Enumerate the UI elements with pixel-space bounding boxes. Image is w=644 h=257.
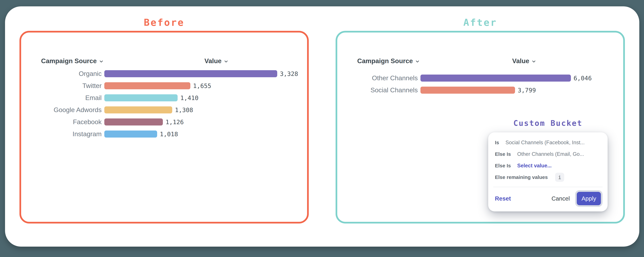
row-label: Facebook <box>21 118 102 125</box>
column-header-value[interactable]: Value <box>124 57 309 65</box>
table-row: Email 1,410 <box>21 94 307 101</box>
cancel-button[interactable]: Cancel <box>552 195 570 202</box>
after-panel: Campaign Source Value Other Channels 6,0… <box>336 31 625 224</box>
bar-value: 1,126 <box>166 119 184 125</box>
row-label: Google Adwords <box>21 106 102 113</box>
bar-organic[interactable] <box>104 70 277 77</box>
bar-value: 3,799 <box>518 87 536 94</box>
after-title: After <box>336 17 625 27</box>
custom-bucket-dialog: Is Social Channels (Facebook, Inst... El… <box>488 132 608 212</box>
bucket-rule-row[interactable]: Is Social Channels (Facebook, Inst... <box>495 139 601 146</box>
table-row: Organic 3,328 <box>21 70 307 77</box>
bar-facebook[interactable] <box>104 118 163 125</box>
rule-keyword: Else Is <box>495 151 511 157</box>
row-label: Email <box>21 94 102 101</box>
reset-button[interactable]: Reset <box>495 195 511 202</box>
column-header-label: Campaign Source <box>41 57 97 65</box>
bar-value: 1,655 <box>193 82 211 89</box>
dialog-divider <box>493 187 602 187</box>
custom-bucket-title: Custom Bucket <box>488 118 608 128</box>
bar-value: 1,308 <box>175 107 193 113</box>
bar-twitter[interactable] <box>104 82 190 89</box>
row-label: Organic <box>21 70 102 77</box>
table-row: Other Channels 6,046 <box>337 75 623 82</box>
rule-keyword: Is <box>495 140 499 145</box>
table-row: Social Channels 3,799 <box>337 87 623 94</box>
bar-value: 1,018 <box>160 131 178 138</box>
dialog-footer: Reset Cancel Apply <box>495 192 601 205</box>
bar-value: 3,328 <box>280 70 298 77</box>
row-label: Social Channels <box>337 87 418 94</box>
rule-value[interactable]: Social Channels (Facebook, Inst... <box>506 140 585 146</box>
table-header: Campaign Source Value <box>41 57 307 65</box>
info-icon[interactable]: i <box>555 173 564 182</box>
before-column: Before Campaign Source Value Organic <box>20 17 309 224</box>
custom-bucket-section: Custom Bucket Is Social Channels (Facebo… <box>488 118 608 212</box>
chevron-down-icon <box>415 59 420 64</box>
bucket-rule-row[interactable]: Else Is Select value... <box>495 162 601 169</box>
chevron-down-icon <box>99 59 104 64</box>
table-header: Campaign Source Value <box>357 57 623 65</box>
bar-google-adwords[interactable] <box>104 106 172 113</box>
rule-keyword: Else Is <box>495 163 511 169</box>
column-header-campaign-source[interactable]: Campaign Source <box>41 57 104 65</box>
bar-value: 1,410 <box>180 94 198 101</box>
chevron-down-icon <box>224 59 228 64</box>
column-header-value[interactable]: Value <box>440 57 608 65</box>
bar-value: 6,046 <box>574 75 592 82</box>
after-column: After Campaign Source Value Other Channe… <box>336 17 625 224</box>
row-label: Twitter <box>21 82 102 89</box>
chevron-down-icon <box>531 59 536 64</box>
select-value-link[interactable]: Select value... <box>517 163 552 169</box>
bucket-rule-row: Else remaining values i <box>495 174 601 181</box>
rule-keyword: Else remaining values <box>495 174 548 180</box>
bucket-rule-row[interactable]: Else Is Other Channels (Email, Go... <box>495 151 601 158</box>
row-label: Other Channels <box>337 75 418 82</box>
table-row: Google Adwords 1,308 <box>21 106 307 113</box>
before-title: Before <box>20 17 309 27</box>
row-label: Instagram <box>21 131 102 138</box>
column-header-campaign-source[interactable]: Campaign Source <box>357 57 420 65</box>
bar-social-channels[interactable] <box>420 87 515 94</box>
rule-value[interactable]: Other Channels (Email, Go... <box>517 151 584 157</box>
bar-table: Organic 3,328 Twitter 1,655 Email 1,410 <box>21 70 307 138</box>
apply-button[interactable]: Apply <box>577 192 601 205</box>
column-header-label: Value <box>512 57 529 65</box>
before-panel: Campaign Source Value Organic 3,328 <box>20 31 309 224</box>
column-header-label: Campaign Source <box>357 57 413 65</box>
column-header-label: Value <box>204 57 222 65</box>
bar-table: Other Channels 6,046 Social Channels 3,7… <box>337 75 623 94</box>
table-row: Facebook 1,126 <box>21 118 307 125</box>
table-row: Instagram 1,018 <box>21 131 307 138</box>
table-row: Twitter 1,655 <box>21 82 307 89</box>
bar-instagram[interactable] <box>104 131 157 138</box>
content-card: Before Campaign Source Value Organic <box>5 6 639 247</box>
bar-other-channels[interactable] <box>420 75 571 82</box>
bar-email[interactable] <box>104 94 178 101</box>
